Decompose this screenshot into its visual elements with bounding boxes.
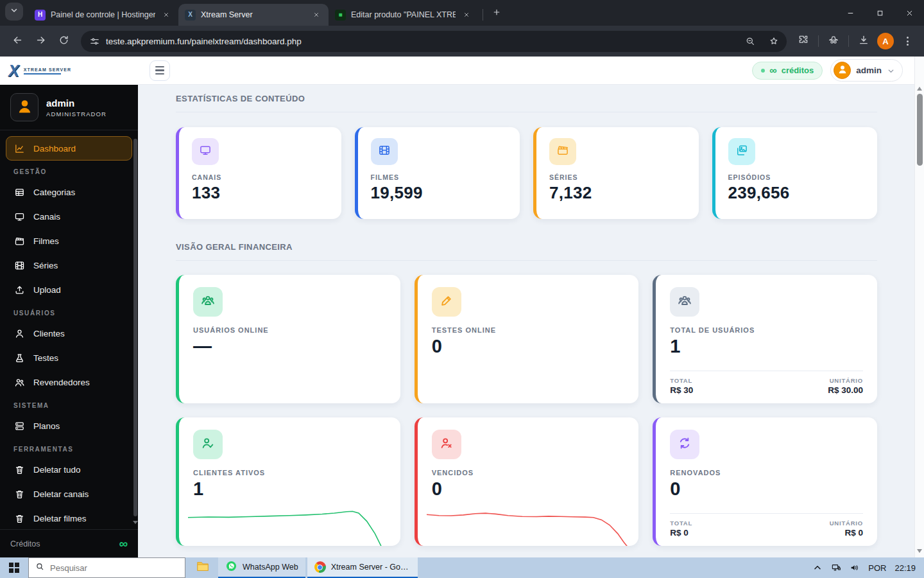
card-value: 0 bbox=[432, 336, 625, 357]
clapper-icon bbox=[556, 144, 569, 159]
card-value: 19,599 bbox=[371, 183, 508, 203]
sidebar-item-series[interactable]: Séries bbox=[6, 253, 132, 277]
scroll-up-arrow[interactable] bbox=[917, 87, 922, 91]
scroll-down-arrow[interactable] bbox=[917, 549, 922, 553]
speaker-icon[interactable] bbox=[850, 563, 860, 573]
admin-name: admin bbox=[856, 66, 882, 75]
browser-tab-editar-produto-painel-xtream[interactable]: ■Editar produto "PAINEL XTREAM bbox=[329, 4, 479, 26]
sidebar-item-deletar-tudo[interactable]: Deletar tudo bbox=[6, 457, 132, 482]
tab-close-button[interactable] bbox=[311, 9, 322, 21]
logo-strip[interactable]: X XTREAM SERVER bbox=[0, 57, 138, 85]
browser-tabstrip: HPainel de controle | HostingerXXtream S… bbox=[0, 0, 924, 26]
search-icon bbox=[35, 562, 44, 574]
sidebar-item-upload[interactable]: Upload bbox=[6, 277, 132, 302]
sidebar-item-deletar-filmes[interactable]: Deletar filmes bbox=[6, 506, 132, 529]
reload-button[interactable] bbox=[53, 30, 74, 52]
page-scrollbar[interactable] bbox=[914, 57, 924, 557]
extensions-button[interactable] bbox=[793, 31, 814, 51]
maximize-button[interactable] bbox=[865, 0, 894, 26]
new-tab-button[interactable] bbox=[488, 5, 505, 22]
sidebar-section-label-sistema: SISTEMA bbox=[6, 394, 132, 414]
chevron-down-icon bbox=[887, 66, 895, 74]
tray-chevron-up-icon[interactable] bbox=[812, 563, 823, 573]
sidebar-item-canais[interactable]: Canais bbox=[6, 204, 132, 229]
browser-tab-xtream-server[interactable]: XXtream Server bbox=[178, 4, 329, 26]
sidebar-item-categorias[interactable]: Categorias bbox=[6, 180, 132, 204]
downloads-button[interactable] bbox=[853, 31, 874, 51]
sidebar-item-filmes[interactable]: Filmes bbox=[6, 229, 132, 253]
card-icon-box bbox=[432, 287, 461, 317]
sidebar-scroll-down-arrow[interactable] bbox=[133, 521, 138, 524]
taskbar-search[interactable] bbox=[28, 557, 185, 578]
card-label: RENOVADOS bbox=[670, 469, 863, 477]
admin-avatar bbox=[834, 62, 851, 79]
table-icon bbox=[14, 187, 25, 198]
tab-favicon-icon: H bbox=[35, 10, 46, 21]
card-label: CANAIS bbox=[192, 173, 329, 181]
credits-badge[interactable]: ∞ créditos bbox=[752, 62, 823, 80]
sidebar-scrollbar[interactable] bbox=[133, 139, 137, 524]
episodes-icon bbox=[735, 144, 748, 159]
zoom-out-icon[interactable] bbox=[741, 32, 759, 50]
card-label: USUÁRIOS ONLINE bbox=[193, 326, 386, 334]
sidebar-item-label: Categorias bbox=[33, 188, 75, 197]
screen: HPainel de controle | HostingerXXtream S… bbox=[0, 0, 924, 578]
taskbar-app-whatsapp-web[interactable]: WhatsApp Web bbox=[218, 557, 305, 578]
browser-menu-button[interactable] bbox=[897, 31, 918, 51]
sidebar-item-label: Testes bbox=[33, 353, 58, 363]
user-name: admin bbox=[46, 98, 107, 109]
header-right: ∞ créditos admin bbox=[752, 59, 903, 82]
sidebar: X XTREAM SERVER admin ADMINISTRADOR Dash… bbox=[0, 57, 138, 557]
card-label: TOTAL DE USUÁRIOS bbox=[670, 326, 863, 334]
main-panel: ∞ créditos admin ESTATÍSTICAS DE CONTEÚD… bbox=[138, 57, 914, 557]
site-settings-icon[interactable] bbox=[89, 36, 100, 47]
address-bar[interactable]: teste.apkpremium.fun/painelxtream/dashbo… bbox=[81, 31, 787, 52]
system-tray: POR 22:19 bbox=[804, 557, 924, 578]
sidebar-item-testes[interactable]: Testes bbox=[6, 346, 132, 370]
tray-clock[interactable]: 22:19 bbox=[894, 563, 916, 573]
windows-taskbar: WhatsApp WebXtream Server - Goog... POR … bbox=[0, 557, 924, 578]
incognito-button[interactable] bbox=[823, 31, 844, 51]
sidebar-item-deletar-canais[interactable]: Deletar canais bbox=[6, 482, 132, 506]
card-value: 0 bbox=[670, 478, 863, 500]
tab-close-button[interactable] bbox=[160, 9, 172, 21]
bookmark-star-icon[interactable] bbox=[765, 32, 783, 50]
card-value: 0 bbox=[432, 478, 625, 500]
tab-close-button[interactable] bbox=[461, 9, 472, 21]
close-button[interactable] bbox=[894, 0, 924, 26]
folder-icon bbox=[196, 559, 210, 576]
minimize-button[interactable] bbox=[835, 0, 865, 26]
tray-language[interactable]: POR bbox=[868, 563, 886, 573]
taskbar-app-xtream-server-goog[interactable]: Xtream Server - Goog... bbox=[307, 557, 418, 578]
forward-button[interactable] bbox=[30, 30, 51, 52]
plus-icon bbox=[492, 8, 501, 19]
sidebar-toggle-button[interactable] bbox=[150, 60, 170, 81]
card-footer: TOTALR$ 0UNITÁRIOR$ 0 bbox=[670, 513, 863, 538]
profile-button[interactable]: A bbox=[875, 31, 896, 51]
sidebar-item-label: Deletar canais bbox=[33, 489, 89, 499]
network-icon[interactable] bbox=[831, 563, 841, 573]
browser-tab-painel-de-controle-hostinger[interactable]: HPainel de controle | Hostinger bbox=[28, 4, 178, 26]
stats-cards-row: CANAIS133FILMES19,599SÉRIES7,132EPISÓDIO… bbox=[176, 127, 877, 219]
sidebar-item-clientes[interactable]: Clientes bbox=[6, 321, 132, 346]
taskbar-apps: WhatsApp WebXtream Server - Goog... bbox=[216, 557, 418, 578]
footer-total: TOTALR$ 30 bbox=[670, 377, 693, 395]
infinity-icon: ∞ bbox=[769, 66, 776, 76]
taskbar-search-input[interactable] bbox=[50, 563, 178, 573]
page-scrollbar-thumb[interactable] bbox=[917, 94, 923, 166]
sidebar-item-label: Canais bbox=[33, 212, 60, 222]
tab-search-button[interactable] bbox=[5, 3, 23, 21]
start-button[interactable] bbox=[0, 557, 28, 578]
user-menu-button[interactable]: admin bbox=[830, 59, 903, 82]
sidebar-item-dashboard[interactable]: Dashboard bbox=[6, 136, 132, 161]
file-explorer-button[interactable] bbox=[189, 557, 216, 578]
sidebar-item-planos[interactable]: Planos bbox=[6, 414, 132, 438]
sidebar-item-label: Planos bbox=[33, 421, 60, 431]
stat-card-canais: CANAIS133 bbox=[176, 127, 341, 219]
back-button[interactable] bbox=[6, 30, 28, 52]
user-info: admin ADMINISTRADOR bbox=[46, 98, 107, 118]
sparkline-chart bbox=[427, 502, 630, 546]
sidebar-item-revendedores[interactable]: Revendedores bbox=[6, 370, 132, 394]
sidebar-scrollbar-thumb[interactable] bbox=[133, 139, 137, 516]
card-value: 239,656 bbox=[728, 183, 865, 203]
